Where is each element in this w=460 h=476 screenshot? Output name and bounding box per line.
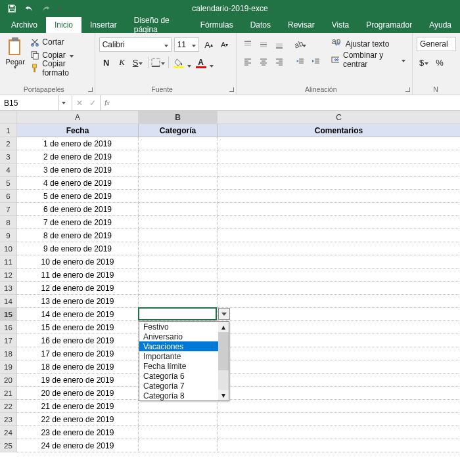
cell-B7[interactable] (139, 203, 218, 216)
cell-A5[interactable]: 4 de enero de 2019 (17, 177, 139, 190)
qat-customize-icon[interactable] (55, 1, 64, 16)
row-header-16[interactable]: 16 (0, 321, 17, 334)
dropdown-item-4[interactable]: Fecha límite (139, 361, 218, 371)
row-header-21[interactable]: 21 (0, 387, 17, 400)
dropdown-item-7[interactable]: Categoría 8 (139, 391, 218, 400)
cell-C19[interactable] (218, 360, 460, 374)
cell-C3[interactable] (218, 150, 460, 163)
cell-C5[interactable] (218, 177, 460, 190)
row-header-22[interactable]: 22 (0, 400, 17, 413)
cell-A23[interactable]: 22 de enero de 2019 (17, 413, 139, 426)
row-header-14[interactable]: 14 (0, 295, 17, 308)
tab-vista[interactable]: Vista (323, 17, 357, 33)
cell-B24[interactable] (139, 426, 218, 439)
row-header-3[interactable]: 3 (0, 150, 17, 163)
tab-diseño-de-página[interactable]: Diseño de página (126, 17, 192, 33)
cell-A21[interactable]: 20 de enero de 2019 (17, 387, 139, 400)
clipboard-launcher-icon[interactable] (87, 86, 93, 93)
tab-datos[interactable]: Datos (242, 17, 279, 33)
cell-C2[interactable] (218, 137, 460, 150)
row-header-15[interactable]: 15 (0, 308, 17, 321)
undo-icon[interactable] (21, 1, 37, 16)
cell-A25[interactable]: 24 de enero de 2019 (17, 439, 139, 452)
cell-C21[interactable] (218, 387, 460, 400)
scroll-track[interactable] (218, 332, 229, 390)
borders-button[interactable] (151, 55, 166, 70)
cell-B22[interactable] (139, 400, 218, 413)
decrease-indent-icon[interactable] (293, 54, 308, 69)
row-header-10[interactable]: 10 (0, 242, 17, 255)
worksheet[interactable]: ABC 123456789101112131415161718192021222… (0, 111, 460, 475)
tab-programador[interactable]: Programador (357, 17, 421, 33)
fill-color-button[interactable] (172, 55, 186, 70)
decrease-font-icon[interactable]: A▾ (218, 37, 232, 52)
name-box-input[interactable] (0, 98, 58, 108)
font-launcher-icon[interactable] (228, 86, 235, 93)
redo-icon[interactable] (38, 1, 54, 16)
font-color-button[interactable]: A (194, 55, 208, 70)
paste-button[interactable]: Pegar ▾ (4, 35, 26, 74)
cell-C17[interactable] (218, 334, 460, 347)
dropdown-item-3[interactable]: Importante (139, 351, 218, 361)
font-name-combo[interactable]: Calibri (99, 37, 172, 52)
align-center-icon[interactable] (256, 54, 271, 69)
cell-B12[interactable] (139, 269, 218, 282)
cell-A15[interactable]: 14 de enero de 2019 (17, 308, 139, 321)
dropdown-item-6[interactable]: Categoría 7 (139, 381, 218, 391)
cell-C23[interactable] (218, 413, 460, 426)
cell-C18[interactable] (218, 347, 460, 360)
row-header-24[interactable]: 24 (0, 426, 17, 439)
row-header-20[interactable]: 20 (0, 374, 17, 387)
cell-A14[interactable]: 13 de enero de 2019 (17, 295, 139, 308)
fx-icon[interactable]: fx (101, 95, 114, 110)
format-painter-button[interactable]: Copiar formato (28, 62, 90, 74)
align-left-icon[interactable] (241, 54, 255, 69)
row-header-13[interactable]: 13 (0, 282, 17, 295)
cell-B8[interactable] (139, 216, 218, 229)
cell-A2[interactable]: 1 de enero de 2019 (17, 137, 139, 150)
cell-C24[interactable] (218, 426, 460, 439)
tab-insertar[interactable]: Insertar (81, 17, 126, 33)
cell-C12[interactable] (218, 269, 460, 282)
cell-A11[interactable]: 10 de enero de 2019 (17, 255, 139, 269)
cell-C14[interactable] (218, 295, 460, 308)
cell-A22[interactable]: 21 de enero de 2019 (17, 400, 139, 413)
cell-B4[interactable] (139, 163, 218, 177)
cell-B25[interactable] (139, 439, 218, 452)
cell-C9[interactable] (218, 229, 460, 242)
row-header-6[interactable]: 6 (0, 190, 17, 203)
row-header-5[interactable]: 5 (0, 177, 17, 190)
scroll-down-icon[interactable]: ▾ (218, 390, 229, 400)
cell-A24[interactable]: 23 de enero de 2019 (17, 426, 139, 439)
dropdown-item-0[interactable]: Festivo (139, 322, 218, 332)
row-header-25[interactable]: 25 (0, 439, 17, 452)
cell-B14[interactable] (139, 295, 218, 308)
font-size-combo[interactable]: 11 (174, 37, 199, 52)
row-header-9[interactable]: 9 (0, 229, 17, 242)
cell-C8[interactable] (218, 216, 460, 229)
col-header-A[interactable]: A (17, 111, 139, 124)
cell-C10[interactable] (218, 242, 460, 255)
cell-B13[interactable] (139, 282, 218, 295)
tab-ayuda[interactable]: Ayuda (421, 17, 460, 33)
cell-A4[interactable]: 3 de enero de 2019 (17, 163, 139, 177)
tab-revisar[interactable]: Revisar (279, 17, 323, 33)
dropdown-item-1[interactable]: Aniversario (139, 332, 218, 341)
cell-C13[interactable] (218, 282, 460, 295)
tab-archivo[interactable]: Archivo (3, 17, 46, 33)
scroll-thumb[interactable] (218, 332, 229, 370)
row-header-19[interactable]: 19 (0, 360, 17, 374)
cell-C25[interactable] (218, 439, 460, 452)
cell-A3[interactable]: 2 de enero de 2019 (17, 150, 139, 163)
cell-B1[interactable]: Categoría (139, 124, 218, 137)
formula-input[interactable] (114, 95, 460, 110)
row-header-23[interactable]: 23 (0, 413, 17, 426)
cell-A16[interactable]: 15 de enero de 2019 (17, 321, 139, 334)
row-header-2[interactable]: 2 (0, 137, 17, 150)
wrap-text-button[interactable]: abAjustar texto (329, 37, 408, 51)
row-header-7[interactable]: 7 (0, 203, 17, 216)
cell-A20[interactable]: 19 de enero de 2019 (17, 374, 139, 387)
cell-A1[interactable]: Fecha (17, 124, 139, 137)
cell-B3[interactable] (139, 150, 218, 163)
cell-B11[interactable] (139, 255, 218, 269)
